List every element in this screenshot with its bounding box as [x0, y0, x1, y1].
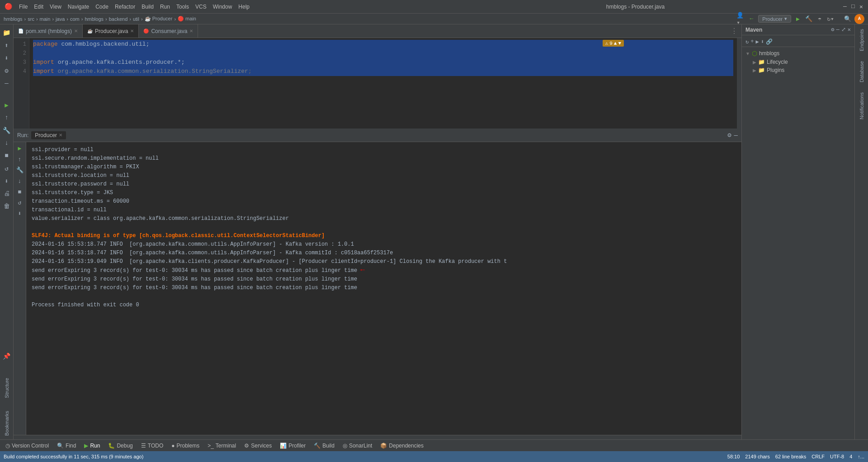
restart-icon[interactable]: ↺: [1, 162, 13, 174]
console-output[interactable]: ssl.provider = null ssl.secure.random.im…: [26, 142, 741, 435]
breadcrumb-item-java[interactable]: java: [56, 16, 65, 22]
maven-minimize-icon[interactable]: —: [836, 27, 840, 33]
indent-size[interactable]: 4: [849, 454, 852, 459]
print-icon[interactable]: 🖨: [1, 188, 13, 200]
cursor-position[interactable]: 58:10: [727, 454, 740, 459]
sonarlint-btn[interactable]: ◎ SonarLint: [339, 442, 376, 450]
endpoints-label[interactable]: Endpoints: [859, 26, 864, 54]
run-configuration[interactable]: Producer ▾: [758, 15, 791, 23]
maven-link-btn[interactable]: 🔗: [766, 38, 773, 45]
warning-down[interactable]: ▼: [618, 41, 621, 46]
bookmarks-label[interactable]: Bookmarks: [2, 409, 11, 438]
run-settings-icon[interactable]: ⚙: [727, 131, 731, 139]
breadcrumb-item-util[interactable]: util: [133, 16, 139, 22]
find-btn[interactable]: 🔍 Find: [53, 442, 80, 450]
pin-icon[interactable]: 📌: [1, 350, 13, 362]
coverage-button[interactable]: ☂: [816, 15, 824, 23]
build-btn[interactable]: 🔨 Build: [310, 442, 338, 450]
menu-help[interactable]: Help: [236, 3, 252, 11]
tab-pom[interactable]: 📄 pom.xml (hmblogs) ✕: [14, 24, 83, 38]
run-icon[interactable]: ▶: [1, 99, 13, 111]
menu-tools[interactable]: Tools: [174, 3, 192, 11]
search-button[interactable]: 🔍: [844, 15, 852, 23]
maven-item-lifecycle[interactable]: ▶ 📁 Lifecycle: [742, 58, 854, 66]
download-control[interactable]: ⬇: [15, 209, 24, 218]
structure-label[interactable]: Structure: [2, 376, 11, 400]
maven-item-hmblogs[interactable]: ▼ ⬡ hmblogs: [742, 49, 854, 58]
dependencies-btn[interactable]: 📦 Dependencies: [377, 442, 427, 450]
profiler-btn[interactable]: 📊 Profiler: [276, 442, 309, 450]
tab-consumer[interactable]: 🔴 Consumer.java ✕: [139, 24, 198, 38]
reload-button[interactable]: ↻▾: [826, 15, 835, 23]
tab-producer-close[interactable]: ✕: [130, 29, 134, 33]
down-icon[interactable]: ↓: [1, 137, 13, 149]
menu-navigate[interactable]: Navigate: [65, 3, 92, 11]
maven-refresh[interactable]: ↻: [745, 38, 749, 45]
up-control[interactable]: ↑: [15, 155, 24, 164]
stop-icon[interactable]: ↑: [1, 112, 13, 124]
tab-more-button[interactable]: ⋮: [727, 24, 741, 38]
menu-build[interactable]: Build: [139, 3, 156, 11]
services-btn[interactable]: ⚙ Services: [241, 442, 275, 450]
menu-edit[interactable]: Edit: [31, 3, 46, 11]
breadcrumb-item-project[interactable]: hmblogs: [4, 16, 23, 22]
wrench-control[interactable]: 🔧: [15, 166, 24, 175]
menu-code[interactable]: Code: [93, 3, 111, 11]
breadcrumb-item-main[interactable]: main: [40, 16, 51, 22]
problems-btn[interactable]: ● Problems: [168, 442, 203, 450]
tab-producer[interactable]: ☕ Producer.java ✕: [83, 24, 139, 38]
structure-up[interactable]: ⬆: [1, 39, 13, 51]
menu-vcs[interactable]: VCS: [193, 3, 209, 11]
breadcrumb-item-com[interactable]: com: [70, 16, 80, 22]
close-button[interactable]: ✕: [858, 4, 864, 10]
breadcrumb-item-main-method[interactable]: 🔴 main: [178, 16, 196, 22]
editor-scrollbar[interactable]: [737, 38, 741, 129]
download-icon[interactable]: ⬇: [1, 175, 13, 187]
user-avatar[interactable]: A: [854, 14, 864, 24]
database-label[interactable]: Database: [859, 58, 864, 85]
maven-item-plugins[interactable]: ▶ 📁 Plugins: [742, 66, 854, 74]
build-button[interactable]: 🔨: [805, 15, 813, 23]
run-button[interactable]: ▶: [794, 15, 802, 23]
breadcrumb-item-hmblogs[interactable]: hmblogs: [85, 16, 104, 22]
breadcrumb-item-src[interactable]: src: [28, 16, 34, 22]
warning-badge[interactable]: ⚠ 9 ▲ ▼: [603, 40, 624, 47]
breadcrumb-item-backend[interactable]: backend: [109, 16, 128, 22]
play-control[interactable]: ▶: [15, 144, 24, 153]
run-btn[interactable]: ▶ Run: [80, 442, 104, 450]
run-tab-close[interactable]: ✕: [59, 133, 62, 138]
stop-square[interactable]: ■: [1, 150, 13, 162]
maven-download-btn[interactable]: ⬇: [761, 38, 764, 45]
maven-expand-icon[interactable]: ⤢: [841, 26, 846, 33]
settings-icon[interactable]: ⚙: [1, 65, 13, 76]
notifications-label[interactable]: Notifications: [859, 90, 864, 122]
user-button[interactable]: 👤▾: [736, 15, 745, 23]
line-ending[interactable]: CRLF: [811, 454, 825, 459]
menu-view[interactable]: View: [47, 3, 64, 11]
menu-file[interactable]: File: [16, 3, 30, 11]
back-button[interactable]: ←: [747, 15, 755, 23]
encoding[interactable]: UTF-8: [830, 454, 844, 459]
warning-up[interactable]: ▲: [614, 41, 617, 46]
down-control[interactable]: ↓: [15, 176, 24, 186]
tab-pom-close[interactable]: ✕: [74, 29, 78, 33]
maven-add[interactable]: +: [750, 38, 754, 45]
maximize-button[interactable]: □: [850, 4, 856, 10]
menu-window[interactable]: Window: [210, 3, 235, 11]
horizontal-scrollbar[interactable]: [14, 435, 741, 439]
minimize-button[interactable]: —: [842, 4, 848, 10]
terminal-btn[interactable]: >_ Terminal: [204, 442, 240, 450]
maven-settings-icon[interactable]: ⚙: [831, 26, 834, 33]
project-icon[interactable]: 📁: [1, 27, 13, 38]
version-control-btn[interactable]: ◷ Version Control: [2, 442, 52, 450]
maven-close-icon[interactable]: ✕: [848, 26, 851, 33]
breadcrumb-item-producer[interactable]: ☕ Producer: [145, 16, 173, 22]
debug-btn[interactable]: 🐛 Debug: [104, 442, 136, 450]
run-minimize-icon[interactable]: —: [734, 132, 738, 139]
wrench-icon[interactable]: 🔧: [1, 124, 13, 136]
reload-control[interactable]: ↺: [15, 198, 24, 207]
run-tab-producer[interactable]: Producer ✕: [31, 131, 66, 139]
editor-code[interactable]: package com.hmblogs.backend.util; import…: [29, 38, 737, 129]
structure-down[interactable]: ⬇: [1, 52, 13, 64]
stop-control[interactable]: ■: [15, 187, 24, 196]
